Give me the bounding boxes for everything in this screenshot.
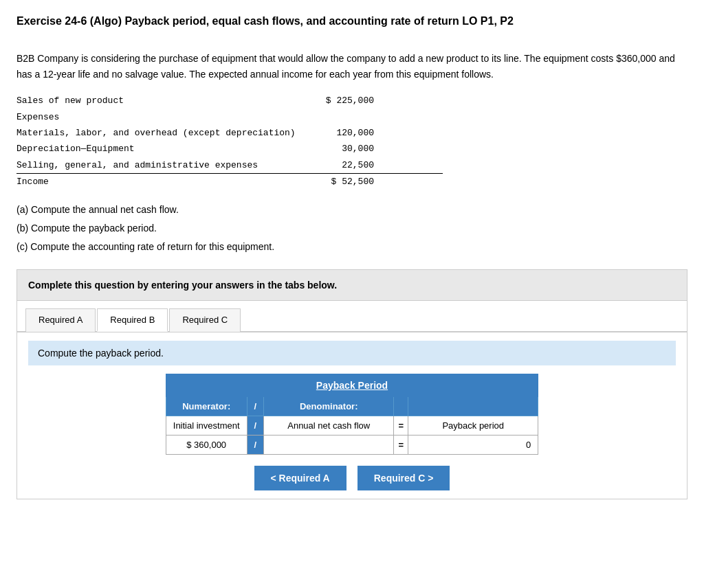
expenses-label: Expenses: [16, 109, 305, 125]
row2-dollar: $: [186, 440, 191, 450]
row1-col3: Payback period: [408, 416, 538, 436]
denominator-header: Denominator:: [264, 397, 394, 416]
tab-required-b[interactable]: Required B: [97, 308, 168, 332]
annual-cashflow-input[interactable]: [271, 440, 386, 450]
numerator-header: Numerator:: [166, 397, 247, 416]
payback-row-2: $ 360,000 / =: [166, 436, 538, 455]
tabs-container: Required A Required B Required C Compute…: [16, 301, 688, 499]
payback-table-wrapper: Payback Period Numerator: / Denominator:…: [28, 374, 676, 455]
row2-amount: 360,000: [194, 440, 226, 450]
page-title: Exercise 24-6 (Algo) Payback period, equ…: [16, 14, 688, 29]
income-value: $ 52,500: [305, 174, 374, 190]
depreciation-label: Depreciation—Equipment: [16, 141, 305, 157]
row1-equals: =: [394, 416, 408, 436]
prev-button-label: < Required A: [271, 473, 330, 484]
section-header: Compute the payback period.: [28, 341, 676, 365]
equals-header: [394, 397, 408, 416]
sales-label: Sales of new product: [16, 93, 305, 109]
row2-result-cell[interactable]: [408, 436, 538, 455]
payback-result-input[interactable]: [415, 440, 531, 450]
task-a: (a) Compute the annual net cash flow.: [16, 201, 688, 218]
slash-header: /: [247, 397, 264, 416]
tab-content: Compute the payback period. Payback Peri…: [17, 332, 687, 499]
financial-table: Sales of new product $ 225,000 Expenses …: [16, 93, 443, 190]
next-button[interactable]: Required C >: [358, 466, 450, 490]
payback-title: Payback Period: [166, 374, 538, 397]
depreciation-value: 30,000: [305, 141, 374, 157]
income-label: Income: [16, 174, 305, 190]
row1-col2: Annual net cash flow: [264, 416, 394, 436]
materials-value: 120,000: [305, 125, 374, 141]
tabs-row: Required A Required B Required C: [17, 301, 687, 332]
description-text: B2B Company is considering the purchase …: [16, 51, 688, 82]
payback-table: Payback Period Numerator: / Denominator:…: [166, 374, 538, 455]
tab-required-a[interactable]: Required A: [25, 308, 96, 332]
row2-input-cell[interactable]: [264, 436, 394, 455]
row2-equals: =: [394, 436, 408, 455]
payback-row-1: Initial investment / Annual net cash flo…: [166, 416, 538, 436]
selling-label: Selling, general, and administrative exp…: [16, 157, 305, 173]
result-header: [408, 397, 538, 416]
task-b: (b) Compute the payback period.: [16, 220, 688, 237]
materials-label: Materials, labor, and overhead (except d…: [16, 125, 305, 141]
expenses-value: [305, 109, 374, 125]
row1-slash: /: [247, 416, 264, 436]
sales-value: $ 225,000: [305, 93, 374, 109]
buttons-row: < Required A Required C >: [28, 466, 676, 490]
tab-required-c[interactable]: Required C: [169, 308, 241, 332]
tasks-section: (a) Compute the annual net cash flow. (b…: [16, 201, 688, 256]
row2-dollar-value: $ 360,000: [166, 436, 247, 455]
row1-col1: Initial investment: [166, 416, 247, 436]
instruction-box: Complete this question by entering your …: [16, 269, 688, 301]
next-button-label: Required C >: [374, 473, 434, 484]
selling-value: 22,500: [305, 157, 374, 173]
task-c: (c) Compute the accounting rate of retur…: [16, 238, 688, 256]
row2-slash: /: [247, 436, 264, 455]
prev-button[interactable]: < Required A: [254, 466, 346, 490]
